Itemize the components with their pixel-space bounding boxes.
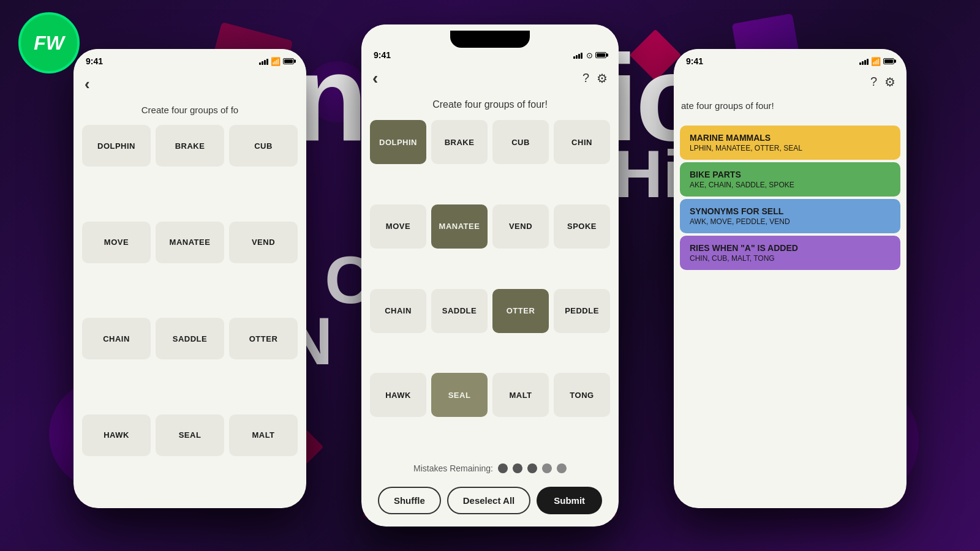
result-cards-container: MARINE MAMMALS LPHIN, MANATEE, OTTER, SE… — [674, 118, 907, 508]
status-bar-right: 9:41 📶 — [674, 49, 907, 69]
subtitle-center: Create four groups of four! — [361, 94, 619, 118]
tile-malt-left[interactable]: MALT — [229, 414, 298, 456]
status-time-center: 9:41 — [374, 50, 391, 60]
mistake-dot-1 — [498, 463, 508, 473]
status-time-right: 9:41 — [686, 56, 703, 66]
tile-move[interactable]: MOVE — [370, 204, 426, 249]
result-card-marine: MARINE MAMMALS LPHIN, MANATEE, OTTER, SE… — [680, 126, 900, 160]
back-button-center[interactable]: ‹ — [372, 69, 378, 88]
tile-saddle-left[interactable]: SADDLE — [156, 318, 224, 359]
result-card-words: RIES WHEN "A" IS ADDED CHIN, CUB, MALT, … — [680, 236, 900, 270]
tile-brake[interactable]: BRAKE — [431, 120, 488, 164]
status-bar-left: 9:41 📶 — [74, 49, 306, 69]
result-card-bike: BIKE PARTS AKE, CHAIN, SADDLE, SPOKE — [680, 162, 900, 197]
shuffle-button[interactable]: Shuffle — [378, 487, 441, 514]
mistake-dot-3 — [527, 463, 537, 473]
tile-hawk-left[interactable]: HAWK — [82, 414, 151, 456]
tile-malt[interactable]: MALT — [492, 373, 549, 417]
subtitle-right: ate four groups of four! — [674, 96, 907, 118]
tile-peddle[interactable]: PEDDLE — [554, 289, 610, 333]
card-words-marine: LPHIN, MANATEE, OTTER, SEAL — [690, 144, 891, 152]
tile-chain-left[interactable]: CHAIN — [82, 318, 151, 359]
tile-vend[interactable]: VEND — [492, 204, 549, 249]
header-icons-right: ? ⚙ — [870, 75, 895, 89]
tile-otter-left[interactable]: OTTER — [229, 318, 298, 359]
header-icons-center: ? ⚙ — [582, 71, 608, 86]
phone-center: 9:41 ⊙ ‹ ? ⚙ Create four groups — [361, 24, 619, 527]
back-button-left[interactable]: ‹ — [85, 75, 90, 94]
mistake-dot-2 — [513, 463, 522, 473]
card-words-sell: AWK, MOVE, PEDDLE, VEND — [690, 217, 891, 226]
tile-cub[interactable]: CUB — [492, 120, 549, 164]
phone-header-center: ‹ ? ⚙ — [361, 62, 619, 94]
tile-brake-left[interactable]: BRAKE — [156, 125, 224, 167]
help-icon-right[interactable]: ? — [870, 75, 877, 89]
tile-vend-left[interactable]: VEND — [229, 222, 298, 263]
phone-right: 9:41 📶 ? ⚙ ate four groups of — [674, 49, 907, 508]
tile-saddle[interactable]: SADDLE — [431, 289, 488, 333]
tile-hawk[interactable]: HAWK — [370, 373, 426, 417]
buttons-row: Shuffle Deselect All Submit — [361, 482, 619, 527]
signal-icon-left — [259, 58, 268, 65]
tile-dolphin[interactable]: DOLPHIN — [370, 120, 426, 164]
phone-header-right: ? ⚙ — [674, 69, 907, 96]
wifi-icon-right: 📶 — [871, 57, 881, 66]
tile-seal-left[interactable]: SEAL — [156, 414, 224, 456]
card-title-bike: BIKE PARTS — [690, 170, 891, 179]
tile-otter[interactable]: OTTER — [492, 289, 549, 333]
status-icons-left: 📶 — [259, 57, 294, 66]
tile-manatee[interactable]: MANATEE — [431, 204, 488, 249]
tile-move-left[interactable]: MOVE — [82, 222, 151, 263]
word-grid-center: DOLPHIN BRAKE CUB CHIN MOVE MANATEE VEND… — [361, 118, 619, 455]
deselect-button[interactable]: Deselect All — [447, 487, 531, 514]
wifi-icon-center: ⊙ — [586, 51, 593, 60]
status-icons-right: 📶 — [859, 57, 894, 66]
card-title-marine: MARINE MAMMALS — [690, 133, 891, 143]
status-icons-center: ⊙ — [573, 51, 606, 60]
help-icon-center[interactable]: ? — [582, 71, 589, 86]
mistakes-label: Mistakes Remaining: — [413, 463, 493, 473]
phone-left: 9:41 📶 ‹ Create four groups of fo DOLPHI… — [74, 49, 306, 508]
signal-icon-center — [573, 51, 582, 59]
phone-notch — [450, 31, 530, 48]
card-words-bike: AKE, CHAIN, SADDLE, SPOKE — [690, 181, 891, 189]
settings-icon-center[interactable]: ⚙ — [597, 71, 608, 86]
tile-spoke[interactable]: SPOKE — [554, 204, 610, 249]
mistakes-row: Mistakes Remaining: — [361, 455, 619, 482]
battery-icon-center — [595, 52, 606, 58]
tile-tong[interactable]: TONG — [554, 373, 610, 417]
card-title-words: RIES WHEN "A" IS ADDED — [690, 243, 891, 253]
tile-seal[interactable]: SEAL — [431, 373, 488, 417]
wifi-icon-left: 📶 — [271, 57, 281, 66]
result-card-sell: SYNONYMS FOR SELL AWK, MOVE, PEDDLE, VEN… — [680, 199, 900, 233]
subtitle-left: Create four groups of fo — [74, 100, 306, 122]
phone-header-left: ‹ — [74, 69, 306, 100]
card-words-words: CHIN, CUB, MALT, TONG — [690, 254, 891, 263]
settings-icon-right[interactable]: ⚙ — [884, 75, 895, 89]
battery-icon-left — [283, 58, 294, 64]
status-time-left: 9:41 — [86, 56, 103, 66]
signal-icon-right — [859, 58, 869, 65]
tile-chin[interactable]: CHIN — [554, 120, 610, 164]
fw-logo: FW — [18, 12, 80, 73]
card-title-sell: SYNONYMS FOR SELL — [690, 206, 891, 216]
word-grid-left: DOLPHIN BRAKE CUB MOVE MANATEE VEND CHAI… — [74, 122, 306, 508]
battery-icon-right — [883, 58, 894, 64]
tile-chain[interactable]: CHAIN — [370, 289, 426, 333]
submit-button[interactable]: Submit — [537, 487, 602, 514]
tile-manatee-left[interactable]: MANATEE — [156, 222, 224, 263]
fw-logo-text: FW — [34, 32, 64, 54]
tile-cub-left[interactable]: CUB — [229, 125, 298, 167]
tile-dolphin-left[interactable]: DOLPHIN — [82, 125, 151, 167]
mistake-dot-4 — [542, 463, 552, 473]
mistake-dot-5 — [557, 463, 567, 473]
